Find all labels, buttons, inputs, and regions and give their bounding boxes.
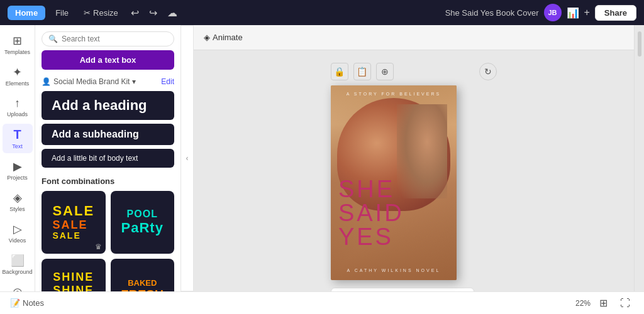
sale-text-group: SALE SALE SALE xyxy=(52,203,94,241)
book-subtitle: A STORY FOR BELIEVERS xyxy=(331,92,457,96)
sidebar-item-logos[interactable]: ◎ Logos xyxy=(3,281,33,291)
brand-kit-row: 👤 Social Media Brand Kit ▾ Edit xyxy=(35,75,180,91)
crown-icon: ♛ xyxy=(95,242,102,251)
add-icon-button[interactable]: ⊕ xyxy=(376,63,394,80)
collapse-panel-button[interactable]: ‹ xyxy=(181,25,194,291)
search-icon: 🔍 xyxy=(48,35,58,43)
book-title-line1: SHE xyxy=(338,177,404,201)
projects-icon: ▶ xyxy=(13,160,22,173)
face-overlay-2 xyxy=(397,104,447,198)
canvas-scrollbar[interactable] xyxy=(634,25,644,291)
book-cover[interactable]: A STORY FOR BELIEVERS SHE SAID YES A CAT… xyxy=(331,85,457,280)
videos-icon: ▷ xyxy=(13,222,22,236)
font-combo-pool-party[interactable]: POOL PaRty xyxy=(111,191,175,254)
baked-text-group: BAKED FRESH xyxy=(121,278,164,291)
pool-line-1: POOL xyxy=(121,208,164,220)
templates-icon: ⊞ xyxy=(13,34,22,48)
shine-line-1: SHINE xyxy=(53,271,94,284)
chevron-left-icon: ‹ xyxy=(186,154,189,163)
uploads-icon: ↑ xyxy=(14,97,20,110)
background-icon: ⬜ xyxy=(11,254,25,268)
sidebar-item-templates[interactable]: ⊞ Templates xyxy=(3,30,33,59)
bottom-bar: 📝 Notes 22% ⊞ ⛶ xyxy=(0,291,644,314)
add-page-button[interactable]: + Add page xyxy=(331,288,474,291)
canvas-toolbar: ◈ Animate xyxy=(194,25,634,50)
notes-icon: 📝 xyxy=(10,298,20,308)
book-main-title: SHE SAID YES xyxy=(338,177,404,249)
plus-icon[interactable]: + xyxy=(584,7,590,18)
book-title-line3: YES xyxy=(338,225,404,249)
sidebar-icons: ⊞ Templates ✦ Elements ↑ Uploads T Text … xyxy=(0,25,35,291)
left-panel: 🔍 Add a text box 👤 Social Media Brand Ki… xyxy=(35,25,181,291)
sale-line-2: SALE xyxy=(52,219,87,232)
font-combo-baked-fresh[interactable]: BAKED FRESH ♛ xyxy=(111,259,175,291)
topbar: Home File ✂ Resize ↩ ↪ ☁ She Said Yes Bo… xyxy=(0,0,644,25)
refresh-button[interactable]: ↻ xyxy=(479,63,497,80)
subheading-option[interactable]: Add a subheading xyxy=(42,124,174,145)
cloud-save-button[interactable]: ☁ xyxy=(165,4,180,21)
brand-kit-label: Social Media Brand Kit xyxy=(53,77,130,86)
styles-icon: ◈ xyxy=(13,191,22,205)
user-avatar[interactable]: JB xyxy=(544,4,562,21)
elements-icon: ✦ xyxy=(13,65,22,79)
sidebar-item-projects[interactable]: ▶ Projects xyxy=(3,156,33,185)
book-author: A CATHY WILKINS NOVEL xyxy=(331,268,457,273)
analytics-button[interactable]: 📊 xyxy=(567,7,579,19)
redo-button[interactable]: ↪ xyxy=(147,4,160,21)
brand-kit-icon: 👤 xyxy=(42,77,51,86)
body-option[interactable]: Add a little bit of body text xyxy=(42,149,174,168)
canvas-area: ◈ Animate 🔒 📋 ⊕ A STORY FO xyxy=(194,25,634,291)
baked-line-2: FRESH xyxy=(121,288,164,291)
fullscreen-icon: ⛶ xyxy=(620,298,630,308)
heading-option[interactable]: Add a heading xyxy=(42,91,174,120)
pool-text-group: POOL PaRty xyxy=(121,208,164,236)
scroll-thumb xyxy=(638,31,641,57)
notes-button[interactable]: 📝 Notes xyxy=(10,298,44,308)
sidebar-item-text[interactable]: T Text xyxy=(3,124,33,153)
canvas-wrapper[interactable]: 🔒 📋 ⊕ A STORY FOR BELIEVERS SHE SAID xyxy=(194,50,634,291)
copy-icon-button[interactable]: 📋 xyxy=(353,63,371,80)
shine-text-group: SHINE SHINE SHINE xyxy=(53,271,94,292)
undo-button[interactable]: ↩ xyxy=(128,4,142,21)
sidebar-item-elements[interactable]: ✦ Elements xyxy=(3,62,33,90)
lock-icon-button[interactable]: 🔒 xyxy=(331,63,348,80)
font-combinations-title: Font combinations xyxy=(35,174,180,191)
fullscreen-button[interactable]: ⛶ xyxy=(616,296,634,310)
resize-menu[interactable]: ✂ Resize xyxy=(79,6,123,20)
shine-line-2: SHINE xyxy=(53,284,94,292)
font-combo-shine[interactable]: SHINE SHINE SHINE ♛ xyxy=(42,259,106,291)
document-title: She Said Yes Book Cover xyxy=(445,8,539,18)
search-input[interactable] xyxy=(62,35,167,43)
add-text-button[interactable]: Add a text box xyxy=(42,50,174,70)
refresh-icon: ↻ xyxy=(484,67,492,77)
sidebar-item-background[interactable]: ⬜ Background xyxy=(3,250,33,279)
animate-icon: ◈ xyxy=(204,33,210,42)
pool-line-2: PaRty xyxy=(121,220,164,236)
edit-link[interactable]: Edit xyxy=(161,77,174,86)
sale-line-1: SALE xyxy=(52,203,94,219)
home-button[interactable]: Home xyxy=(8,6,45,20)
font-combo-sale[interactable]: SALE SALE SALE ♛ xyxy=(42,191,106,254)
resize-icon: ✂ xyxy=(84,8,91,18)
search-bar: 🔍 xyxy=(35,25,180,50)
sidebar-item-styles[interactable]: ◈ Styles xyxy=(3,187,33,216)
zoom-level: 22% xyxy=(575,299,591,308)
share-button[interactable]: Share xyxy=(595,5,636,21)
file-menu[interactable]: File xyxy=(50,6,74,20)
text-icon: T xyxy=(13,127,21,142)
main-content: ⊞ Templates ✦ Elements ↑ Uploads T Text … xyxy=(0,25,644,291)
sidebar-item-uploads[interactable]: ↑ Uploads xyxy=(3,93,33,121)
logos-icon: ◎ xyxy=(13,285,23,291)
grid-view-button[interactable]: ⊞ xyxy=(596,296,611,310)
animate-button[interactable]: ◈ Animate xyxy=(204,33,243,42)
text-options: Add a heading Add a subheading Add a lit… xyxy=(35,91,180,174)
sidebar-item-videos[interactable]: ▷ Videos xyxy=(3,219,33,247)
book-title-line2: SAID xyxy=(338,201,404,225)
baked-line-1: BAKED xyxy=(121,278,164,288)
brand-kit-left: 👤 Social Media Brand Kit ▾ xyxy=(42,77,136,86)
chevron-down-icon: ▾ xyxy=(132,77,136,86)
search-wrap[interactable]: 🔍 xyxy=(42,31,174,46)
sale-line-3: SALE xyxy=(52,231,80,241)
canvas-top-icons: 🔒 📋 ⊕ xyxy=(331,63,474,80)
font-combo-grid: SALE SALE SALE ♛ POOL PaRty SHINE SHINE … xyxy=(35,191,180,291)
